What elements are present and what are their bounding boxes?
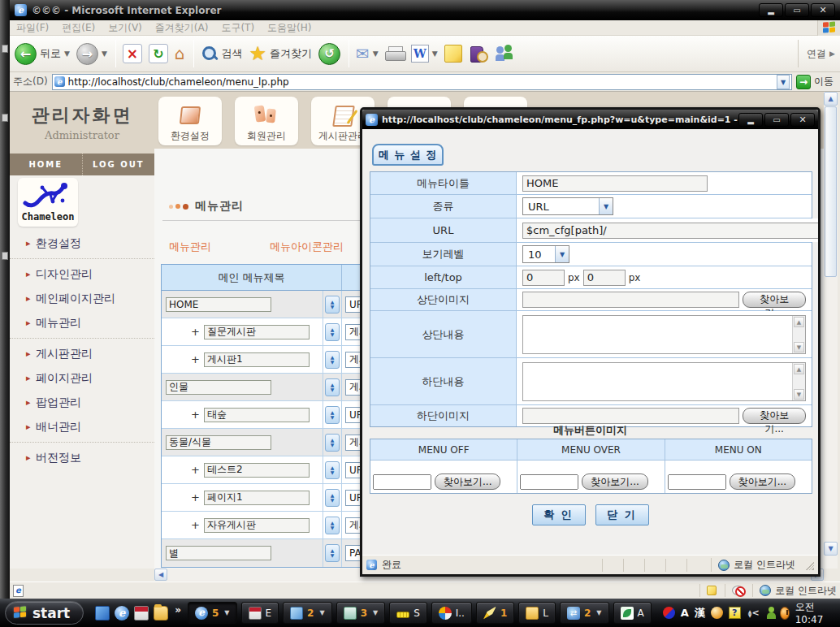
ime-korean-icon[interactable] <box>663 607 675 619</box>
quick-folder-icon[interactable] <box>154 606 168 621</box>
하단내용-textarea[interactable]: ▲▼ <box>522 362 806 401</box>
left-input[interactable] <box>522 270 565 286</box>
popup-titlebar[interactable]: e http://localhost/club/chameleon/menu_f… <box>362 110 818 129</box>
order-spinner-button[interactable]: ▲▼ <box>325 323 340 341</box>
confirm-button[interactable]: 확 인 <box>532 504 586 525</box>
menu-title-input[interactable] <box>204 408 310 422</box>
browse-button[interactable]: 찾아보기... <box>743 408 806 424</box>
scrollbar-thumb[interactable] <box>825 106 837 277</box>
top-input[interactable] <box>583 270 626 286</box>
main-titlebar[interactable]: e ©©© - Microsoft Internet Explorer ▂ ▭ … <box>10 0 840 20</box>
상단내용-textarea[interactable]: ▲▼ <box>522 315 806 354</box>
menubar-item-3[interactable]: 즐겨찾기(A) <box>155 21 209 35</box>
quick-ie-icon[interactable]: e <box>115 606 129 621</box>
order-spinner-button[interactable]: ▲▼ <box>325 296 340 314</box>
close-form-button[interactable]: 닫 기 <box>595 504 649 525</box>
chameleon-logo[interactable]: Chameleon <box>18 178 78 227</box>
menubar-item-0[interactable]: 파일(F) <box>16 21 49 35</box>
edit-word-button[interactable]: W ▼ <box>411 45 438 63</box>
sidebar-item-2[interactable]: 메인페이지관리 <box>10 287 154 311</box>
scroll-down-icon[interactable]: ▼ <box>794 389 804 400</box>
go-button[interactable]: → 이동 <box>796 75 837 89</box>
favorites-button[interactable]: ★ 즐겨찾기 <box>249 42 313 65</box>
bimg-input-1[interactable] <box>520 474 578 490</box>
하단이미지-file-input[interactable] <box>522 408 739 424</box>
menu-title-input[interactable] <box>204 491 310 505</box>
address-input[interactable] <box>68 76 773 88</box>
order-spinner-button[interactable]: ▲▼ <box>325 517 340 534</box>
vertical-scrollbar[interactable]: ▲ ▼ <box>824 92 838 569</box>
stop-button[interactable]: × <box>123 44 142 63</box>
scroll-left-icon[interactable]: ◀ <box>154 569 167 581</box>
research-button[interactable] <box>469 45 488 63</box>
quick-launch-overflow-icon[interactable]: » <box>175 604 181 616</box>
minimize-button[interactable]: ▂ <box>759 3 783 17</box>
back-button[interactable]: ← 뒤로 ▼ <box>15 43 70 65</box>
taskbar-button-7[interactable]: L <box>518 602 556 624</box>
menu-title-input[interactable] <box>204 463 310 478</box>
menu-title-input[interactable] <box>166 380 271 395</box>
history-button[interactable]: ↺ <box>318 43 340 65</box>
print-button[interactable] <box>385 46 405 61</box>
address-dropdown-icon[interactable]: ▼ <box>777 75 790 89</box>
menubar-item-4[interactable]: 도구(T) <box>221 21 254 35</box>
quick-notepad-icon[interactable] <box>134 606 149 621</box>
popup-close-button[interactable]: ✕ <box>790 113 815 127</box>
search-button[interactable]: 검색 <box>201 45 243 63</box>
browse-button[interactable]: 찾아보기... <box>730 473 795 490</box>
menu-title-input[interactable] <box>204 352 310 367</box>
menubar-item-5[interactable]: 도움말(H) <box>267 21 311 35</box>
menu-title-input[interactable] <box>166 297 271 312</box>
scroll-down-icon[interactable]: ▼ <box>824 542 838 556</box>
textarea-scrollbar[interactable]: ▲▼ <box>792 316 805 353</box>
상단이미지-file-input[interactable] <box>522 292 739 308</box>
refresh-button[interactable]: ↻ <box>149 44 168 63</box>
sidebar-item-7[interactable]: 배너관리 <box>10 415 154 443</box>
보기레벨-select[interactable]: 10▼ <box>522 245 569 263</box>
ime-mode-label[interactable]: A <box>681 607 689 619</box>
menu-title-input[interactable] <box>204 325 310 339</box>
textarea-scrollbar[interactable]: ▲▼ <box>792 363 805 400</box>
order-spinner-button[interactable]: ▲▼ <box>325 434 340 452</box>
scroll-up-icon[interactable]: ▲ <box>794 364 804 374</box>
sidebar-item-1[interactable]: 디자인관리 <box>10 262 154 287</box>
taskbar-button-2[interactable]: 2▼ <box>283 602 332 624</box>
forward-dropdown-icon[interactable]: ▼ <box>102 50 107 58</box>
word-dropdown-icon[interactable]: ▼ <box>432 50 438 58</box>
taskbar-button-dropdown-icon[interactable]: ▼ <box>373 609 378 616</box>
menu-manage-link[interactable]: 메뉴관리 <box>169 240 211 254</box>
nav-logout-link[interactable]: LOG OUT <box>82 154 155 175</box>
URL-input[interactable] <box>522 223 818 239</box>
admin-icon-card-1[interactable]: 회원관리 <box>235 97 298 145</box>
order-spinner-button[interactable]: ▲▼ <box>325 461 340 479</box>
back-dropdown-icon[interactable]: ▼ <box>64 50 70 58</box>
browse-button[interactable]: 찾아보기... <box>582 473 647 490</box>
order-spinner-button[interactable]: ▲▼ <box>325 351 340 369</box>
mail-dropdown-icon[interactable]: ▼ <box>373 50 379 58</box>
taskbar-button-6[interactable]: 1 <box>476 602 514 624</box>
taskbar-button-3[interactable]: 3▼ <box>336 602 386 624</box>
browse-button[interactable]: 찾아보기... <box>435 473 500 490</box>
bimg-input-0[interactable] <box>373 474 431 490</box>
taskbar-button-4[interactable]: S <box>389 602 427 624</box>
close-button[interactable]: ✕ <box>811 3 835 17</box>
order-spinner-button[interactable]: ▲▼ <box>325 378 340 396</box>
show-desktop-icon[interactable] <box>95 606 110 621</box>
taskbar-button-1[interactable]: E <box>241 602 279 624</box>
sidebar-item-6[interactable]: 팝업관리 <box>10 391 154 415</box>
scroll-up-icon[interactable]: ▲ <box>794 317 804 327</box>
resize-grip[interactable] <box>803 560 814 570</box>
maximize-button[interactable]: ▭ <box>785 3 809 17</box>
taskbar-button-5[interactable]: I.. <box>431 602 472 624</box>
taskbar-button-8[interactable]: ⇄2▼ <box>560 602 609 624</box>
menu-icon-manage-link[interactable]: 메뉴아이콘관리 <box>270 240 344 254</box>
menu-settings-tab[interactable]: 메 뉴 설 정 <box>372 144 444 166</box>
order-spinner-button[interactable]: ▲▼ <box>325 489 340 507</box>
popup-minimize-button[interactable]: ▂ <box>738 113 763 127</box>
menu-title-input[interactable] <box>166 546 271 560</box>
메뉴타이틀-input[interactable] <box>522 175 708 192</box>
menu-title-input[interactable] <box>204 518 310 533</box>
browse-button[interactable]: 찾아보기... <box>743 292 806 308</box>
scroll-up-icon[interactable]: ▲ <box>824 92 838 106</box>
sidebar-item-8[interactable]: 버전정보 <box>10 446 154 470</box>
